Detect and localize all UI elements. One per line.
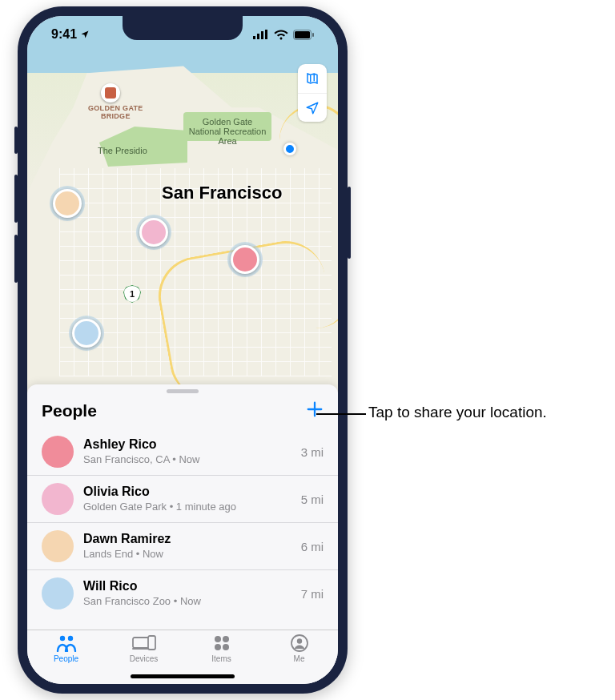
svg-rect-2	[261, 31, 263, 39]
sheet-grabber[interactable]	[167, 389, 199, 393]
person-name: Ashley Rico	[83, 436, 291, 453]
person-name: Dawn Ramirez	[83, 531, 291, 548]
map-person-pin[interactable]	[231, 245, 259, 274]
sheet-header: People	[27, 396, 338, 428]
me-icon	[291, 634, 308, 652]
sheet-title: People	[42, 401, 97, 420]
people-icon	[55, 634, 78, 652]
person-location: San Francisco Zoo • Now	[83, 595, 291, 609]
list-item[interactable]: Will Rico San Francisco Zoo • Now 7 mi	[27, 569, 338, 617]
home-indicator[interactable]	[131, 674, 235, 678]
map-landmark-pin[interactable]	[101, 83, 120, 103]
people-list: Ashley Rico San Francisco, CA • Now 3 mi…	[27, 428, 338, 630]
map-person-pin[interactable]	[139, 218, 168, 247]
person-name: Olivia Rico	[83, 484, 291, 501]
svg-point-7	[59, 636, 64, 641]
side-button-vol-down	[14, 235, 18, 283]
avatar	[42, 577, 74, 609]
screen: 9:41 The Presidio Golden Gate National R…	[27, 16, 338, 684]
tab-people[interactable]: People	[27, 634, 105, 684]
phone-frame: 9:41 The Presidio Golden Gate National R…	[18, 6, 348, 694]
svg-rect-10	[132, 648, 150, 650]
svg-rect-5	[295, 31, 310, 38]
map-label-presidio: The Presidio	[98, 146, 147, 155]
svg-point-13	[223, 636, 229, 642]
tab-me[interactable]: Me	[260, 634, 338, 684]
person-name: Will Rico	[83, 578, 291, 595]
side-button-vol-up	[14, 175, 18, 223]
plus-icon	[306, 400, 324, 418]
avatar	[42, 483, 74, 515]
map-person-pin[interactable]	[72, 319, 101, 348]
callout-text: Tap to share your location.	[368, 404, 547, 421]
my-location-dot[interactable]	[283, 143, 296, 155]
items-icon	[213, 634, 231, 652]
status-time: 9:41	[51, 27, 90, 42]
avatar	[42, 530, 74, 562]
person-distance: 6 mi	[301, 540, 324, 553]
svg-point-15	[223, 644, 229, 650]
map-freeway	[279, 104, 338, 328]
person-distance: 5 mi	[301, 493, 324, 506]
side-button-power	[348, 187, 351, 259]
recenter-button[interactable]	[298, 93, 327, 122]
svg-rect-1	[257, 34, 259, 39]
person-location: San Francisco, CA • Now	[83, 453, 291, 467]
notch	[123, 16, 243, 40]
svg-rect-9	[133, 638, 149, 648]
svg-point-12	[215, 636, 221, 642]
list-item[interactable]: Dawn Ramirez Lands End • Now 6 mi	[27, 522, 338, 569]
person-distance: 7 mi	[301, 587, 324, 601]
clock-label: 9:41	[51, 27, 77, 42]
side-button-silence	[14, 127, 18, 154]
map-city-label: San Francisco	[162, 183, 282, 203]
tab-label: Items	[211, 654, 231, 663]
tab-label: Devices	[130, 654, 159, 663]
devices-icon	[132, 635, 156, 651]
map-landmark-label: GOLDEN GATE BRIDGE	[88, 104, 143, 120]
tab-label: People	[54, 654, 78, 663]
tab-label: Me	[294, 654, 305, 663]
person-location: Golden Gate Park • 1 minute ago	[83, 501, 291, 514]
svg-rect-11	[148, 636, 155, 650]
share-location-button[interactable]	[306, 400, 324, 422]
svg-rect-3	[265, 30, 267, 39]
person-location: Lands End • Now	[83, 548, 291, 561]
svg-point-8	[67, 636, 72, 641]
map-icon	[304, 71, 320, 86]
svg-rect-6	[312, 33, 314, 37]
list-item[interactable]: Ashley Rico San Francisco, CA • Now 3 mi	[27, 428, 338, 475]
svg-point-17	[296, 638, 301, 643]
map-controls	[298, 64, 327, 122]
battery-icon	[293, 30, 314, 40]
svg-point-14	[215, 644, 221, 650]
map-label-ggnra: Golden Gate National Recreation Area	[187, 117, 267, 146]
map-person-pin[interactable]	[53, 189, 82, 218]
people-sheet: People Ashley Rico San Francisco, CA • N…	[27, 384, 338, 684]
svg-rect-0	[253, 36, 255, 39]
callout-leader-line	[316, 413, 366, 415]
wifi-icon	[274, 30, 288, 40]
avatar	[42, 436, 74, 468]
list-item[interactable]: Olivia Rico Golden Gate Park • 1 minute …	[27, 475, 338, 522]
location-services-icon	[80, 30, 90, 39]
location-arrow-icon	[305, 101, 320, 115]
map-mode-button[interactable]	[298, 64, 327, 93]
map[interactable]: The Presidio Golden Gate National Recrea…	[27, 16, 338, 394]
person-distance: 3 mi	[301, 445, 324, 459]
cellular-icon	[253, 30, 269, 39]
